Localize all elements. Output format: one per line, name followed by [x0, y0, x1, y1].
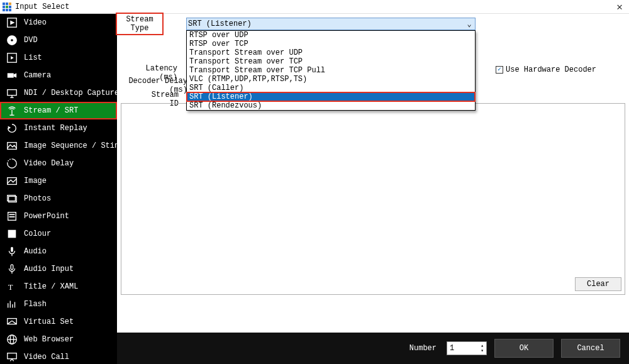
- sidebar-item-stream-srt[interactable]: Stream / SRT: [0, 102, 117, 119]
- colour-icon: [6, 228, 18, 240]
- image-icon: [6, 175, 18, 187]
- replay-icon: [6, 123, 18, 134]
- svg-rect-24: [11, 265, 13, 270]
- sidebar-item-audio[interactable]: Audio: [0, 243, 117, 260]
- sidebar: Video DVD List Camera NDI / Desktop Capt…: [0, 14, 117, 364]
- sidebar-item-label: Web Browser: [24, 335, 74, 344]
- sidebar-item-colour[interactable]: Colour: [0, 225, 117, 243]
- app-icon: [3, 3, 11, 11]
- sidebar-item-label: PowerPoint: [24, 212, 69, 221]
- combo-option[interactable]: Transport Stream over TCP: [187, 57, 475, 66]
- window-title: Input Select: [15, 3, 613, 11]
- sidebar-item-video-call[interactable]: Video Call: [0, 348, 117, 364]
- main-panel: Stream Type Latency (ms) Decoder Delay (…: [117, 14, 629, 364]
- delay-icon: [6, 158, 18, 169]
- svg-rect-21: [8, 230, 16, 238]
- svg-rect-22: [11, 247, 13, 252]
- sidebar-item-label: Image: [24, 177, 47, 185]
- sidebar-item-label: Flash: [24, 300, 47, 309]
- sidebar-item-label: Video: [24, 18, 47, 27]
- audio-input-icon: [6, 263, 18, 275]
- photos-icon: [6, 193, 18, 204]
- sidebar-item-list[interactable]: List: [0, 49, 117, 67]
- title-icon: T: [6, 281, 18, 292]
- combo-option[interactable]: RTSP over TCP: [187, 40, 475, 48]
- sidebar-item-label: Video Delay: [24, 159, 74, 168]
- camera-icon: [6, 70, 18, 81]
- sidebar-item-label: Instant Replay: [24, 124, 87, 133]
- sidebar-item-video[interactable]: Video: [0, 14, 117, 31]
- stream-type-value: SRT (Listener): [188, 19, 465, 28]
- clear-button[interactable]: Clear: [575, 277, 621, 291]
- sidebar-item-audio-input[interactable]: Audio Input: [0, 260, 117, 278]
- sidebar-item-instant-replay[interactable]: Instant Replay: [0, 119, 117, 137]
- sidebar-item-dvd[interactable]: DVD: [0, 31, 117, 49]
- antenna-icon: [6, 105, 18, 116]
- sidebar-item-camera[interactable]: Camera: [0, 67, 117, 84]
- sidebar-item-label: Video Call: [24, 353, 69, 361]
- sidebar-item-label: Colour: [24, 229, 51, 238]
- sidebar-item-virtual-set[interactable]: Virtual Set: [0, 313, 117, 331]
- svg-rect-6: [8, 73, 14, 77]
- sidebar-item-powerpoint[interactable]: PowerPoint: [0, 207, 117, 225]
- combo-option[interactable]: SRT (Rendezvous): [187, 101, 475, 110]
- number-spinner[interactable]: 1 ▴▾: [447, 341, 487, 355]
- stream-type-dropdown[interactable]: RTSP over UDP RTSP over TCP Transport St…: [186, 30, 476, 111]
- close-icon[interactable]: ✕: [613, 1, 626, 13]
- footer: Number 1 ▴▾ OK Cancel: [117, 333, 629, 364]
- combo-option[interactable]: Transport Stream over TCP Pull: [187, 66, 475, 75]
- list-icon: [6, 52, 18, 63]
- play-icon: [6, 17, 18, 28]
- svg-text:T: T: [8, 283, 13, 292]
- sidebar-item-web-browser[interactable]: Web Browser: [0, 331, 117, 348]
- stream-type-combo[interactable]: SRT (Listener) ⌄: [186, 18, 476, 30]
- svg-marker-7: [14, 73, 17, 77]
- svg-rect-19: [9, 214, 15, 215]
- checkbox-icon: ✓: [496, 66, 503, 74]
- chevron-down-icon: ⌄: [465, 19, 474, 29]
- sidebar-item-label: Camera: [24, 71, 51, 80]
- svg-marker-5: [11, 56, 14, 59]
- virtualset-icon: [6, 316, 18, 328]
- svg-marker-13: [8, 126, 11, 129]
- monitor-icon: [6, 87, 18, 99]
- globe-icon: [6, 334, 18, 345]
- flash-icon: [6, 299, 18, 310]
- sidebar-item-video-delay[interactable]: Video Delay: [0, 155, 117, 172]
- number-label: Number: [409, 344, 437, 353]
- combo-option[interactable]: SRT (Caller): [187, 84, 475, 92]
- sidebar-item-flash[interactable]: Flash: [0, 295, 117, 313]
- sidebar-item-image[interactable]: Image: [0, 172, 117, 190]
- mic-icon: [6, 246, 18, 257]
- svg-rect-8: [8, 90, 16, 96]
- svg-rect-20: [9, 216, 15, 218]
- cancel-button[interactable]: Cancel: [561, 339, 620, 358]
- combo-option-selected[interactable]: SRT (Listener): [187, 92, 475, 101]
- hardware-decoder-label: Use Hardware Decoder: [506, 65, 596, 74]
- combo-option[interactable]: RTSP over UDP: [187, 31, 475, 40]
- combo-option[interactable]: Transport Stream over UDP: [187, 48, 475, 57]
- svg-point-3: [11, 39, 13, 41]
- sidebar-item-image-sequence[interactable]: Image Sequence / Stinger: [0, 137, 117, 155]
- sidebar-item-label: Image Sequence / Stinger: [24, 141, 117, 150]
- svg-line-32: [8, 321, 12, 324]
- disc-icon: [6, 35, 18, 46]
- sidebar-item-label: DVD: [24, 36, 38, 45]
- preview-area: [121, 103, 625, 295]
- sidebar-item-label: NDI / Desktop Capture: [24, 89, 117, 97]
- svg-rect-37: [8, 353, 16, 359]
- sidebar-item-label: List: [24, 53, 42, 62]
- ok-button[interactable]: OK: [494, 339, 554, 358]
- sidebar-item-title-xaml[interactable]: T Title / XAML: [0, 278, 117, 295]
- powerpoint-icon: [6, 211, 18, 222]
- image-seq-icon: [6, 140, 18, 152]
- sidebar-item-label: Audio Input: [24, 265, 74, 273]
- svg-line-33: [12, 321, 16, 324]
- hardware-decoder-checkbox[interactable]: ✓ Use Hardware Decoder: [496, 65, 596, 74]
- sidebar-item-label: Audio: [24, 247, 47, 256]
- sidebar-item-label: Title / XAML: [24, 282, 78, 291]
- sidebar-item-photos[interactable]: Photos: [0, 190, 117, 207]
- sidebar-item-ndi[interactable]: NDI / Desktop Capture: [0, 84, 117, 102]
- sidebar-item-label: Stream / SRT: [24, 106, 78, 115]
- combo-option[interactable]: VLC (RTMP,UDP,RTP,RTSP,TS): [187, 75, 475, 84]
